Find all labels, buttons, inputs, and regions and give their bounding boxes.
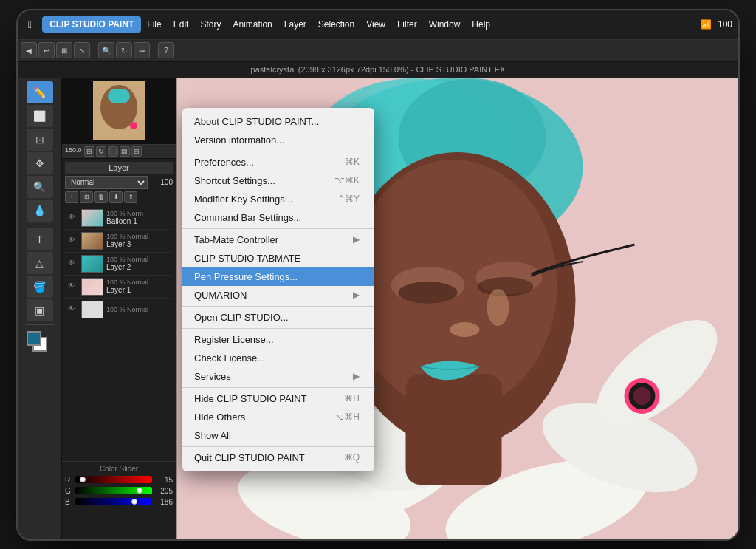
layer-visibility-icon[interactable]: 👁 bbox=[68, 213, 78, 223]
layer-visibility-icon[interactable]: 👁 bbox=[68, 236, 78, 246]
tool-fill[interactable]: 🪣 bbox=[27, 276, 53, 298]
toolbar-undo-btn[interactable]: ↩ bbox=[38, 42, 55, 58]
toolbar-sep-1 bbox=[94, 44, 94, 57]
red-slider[interactable] bbox=[75, 476, 152, 483]
toolbar-transform-btn[interactable]: ⤡ bbox=[74, 42, 90, 58]
dropdown-open-clip-studio[interactable]: Open CLIP STUDIO... bbox=[182, 308, 374, 327]
dropdown-qumarion[interactable]: QUMARION ▶ bbox=[182, 286, 374, 304]
dropdown-shortcut-settings[interactable]: Shortcut Settings... ⌥⌘K bbox=[182, 171, 374, 190]
clip-studio-paint-menu[interactable]: CLIP STUDIO PAINT bbox=[42, 16, 141, 33]
dropdown-register-license[interactable]: Register License... bbox=[182, 330, 374, 349]
open-clip-studio-label: Open CLIP STUDIO... bbox=[194, 312, 289, 323]
check-license-label: Check License... bbox=[194, 352, 265, 364]
tool-select[interactable]: ⊡ bbox=[27, 129, 53, 151]
menu-story[interactable]: Story bbox=[194, 16, 227, 33]
layer-thumbnail bbox=[81, 255, 103, 273]
color-slider-panel: Color Slider R 15 G 205 B bbox=[62, 461, 176, 541]
dropdown-hide-others[interactable]: Hide Others ⌥⌘H bbox=[182, 408, 374, 426]
apple-menu[interactable]:  bbox=[24, 18, 36, 30]
green-slider-row: G 205 bbox=[65, 487, 173, 495]
layer-btn-5[interactable]: ⬆ bbox=[124, 191, 137, 203]
dropdown-about[interactable]: About CLIP STUDIO PAINT... bbox=[182, 112, 374, 131]
view-btn-3[interactable]: ⬛ bbox=[108, 146, 118, 157]
blend-mode-select[interactable]: Normal bbox=[65, 176, 148, 189]
menu-view[interactable]: View bbox=[360, 16, 391, 33]
tool-pen[interactable]: ✏️ bbox=[27, 81, 53, 103]
layer-panel: Layer Normal 100 + ⊞ 🗑 ⬇ ⬆ bbox=[62, 159, 176, 461]
menu-filter[interactable]: Filter bbox=[391, 16, 423, 33]
menu-help[interactable]: Help bbox=[466, 16, 496, 33]
toolbar-back-btn[interactable]: ◀ bbox=[21, 42, 37, 58]
blend-mode-row: Normal 100 bbox=[65, 176, 173, 189]
red-label: R bbox=[65, 476, 72, 484]
toolbar-help-btn[interactable]: ? bbox=[158, 42, 174, 58]
menu-animation[interactable]: Animation bbox=[227, 16, 278, 33]
view-btn-5[interactable]: ⊟ bbox=[131, 146, 142, 157]
dropdown-version[interactable]: Version information... bbox=[182, 131, 374, 149]
tool-eyedrop[interactable]: 💧 bbox=[27, 200, 53, 222]
dropdown-quit[interactable]: Quit CLIP STUDIO PAINT ⌘Q bbox=[182, 449, 374, 467]
dropdown-preferences[interactable]: Preferences... ⌘K bbox=[182, 153, 374, 171]
foreground-color[interactable] bbox=[27, 331, 41, 346]
layer-btn-1[interactable]: + bbox=[65, 191, 78, 203]
dropdown-command-bar[interactable]: Command Bar Settings... bbox=[182, 208, 374, 227]
blue-slider[interactable] bbox=[75, 498, 152, 505]
layer-item[interactable]: 👁 100 % Normal Layer 3 bbox=[65, 230, 173, 253]
toolbar-rotate-btn[interactable]: ↻ bbox=[116, 42, 132, 58]
menu-layer[interactable]: Layer bbox=[278, 16, 312, 33]
toolbar-flip-btn[interactable]: ⇔ bbox=[134, 42, 150, 58]
tool-eraser[interactable]: ⬜ bbox=[27, 105, 53, 127]
command-bar-label: Command Bar Settings... bbox=[194, 212, 301, 223]
tool-zoom[interactable]: 🔍 bbox=[27, 176, 53, 198]
layer-thumbnail bbox=[81, 232, 103, 250]
menu-file[interactable]: File bbox=[141, 16, 167, 33]
opacity-value: 100 bbox=[151, 178, 173, 186]
dropdown-pen-pressure[interactable]: Pen Pressure Settings... bbox=[182, 267, 374, 286]
layer-item[interactable]: 👁 100 % Normal Layer 2 bbox=[65, 253, 173, 276]
toolbar-zoom-btn[interactable]: 🔍 bbox=[98, 42, 114, 58]
layer-thumbnail bbox=[81, 209, 103, 227]
svg-point-3 bbox=[130, 122, 137, 129]
layer-opacity-text: 100 % Normal bbox=[106, 279, 170, 286]
layer-visibility-icon[interactable]: 👁 bbox=[68, 282, 78, 292]
blue-label: B bbox=[65, 498, 72, 506]
layer-item[interactable]: 👁 100 % Norm Balloon 1 bbox=[65, 207, 173, 230]
tool-move[interactable]: ✥ bbox=[27, 152, 53, 174]
menu-bar-right: 📶 100 bbox=[701, 19, 732, 30]
layer-btn-2[interactable]: ⊞ bbox=[80, 191, 93, 203]
dropdown-modifier-key[interactable]: Modifier Key Settings... ⌃⌘Y bbox=[182, 190, 374, 208]
dropdown-hide-clip[interactable]: Hide CLIP STUDIO PAINT ⌘H bbox=[182, 389, 374, 408]
left-sidebar: ✏️ ⬜ ⊡ ✥ 🔍 💧 T △ 🪣 ▣ bbox=[18, 78, 62, 541]
layer-name: Balloon 1 bbox=[106, 217, 170, 225]
dropdown-services[interactable]: Services ▶ bbox=[182, 367, 374, 386]
layer-visibility-icon[interactable]: 👁 bbox=[68, 259, 78, 269]
title-bar: pastelcrystal (2098 x 3126px 72dpi 150.0… bbox=[18, 62, 738, 78]
layer-btn-3[interactable]: 🗑 bbox=[94, 191, 108, 203]
layer-name: Layer 2 bbox=[106, 263, 170, 271]
dropdown-tab-mate[interactable]: Tab-Mate Controller ▶ bbox=[182, 231, 374, 249]
preferences-label: Preferences... bbox=[194, 157, 254, 168]
layer-visibility-icon[interactable]: 👁 bbox=[68, 304, 78, 315]
menu-edit[interactable]: Edit bbox=[168, 16, 195, 33]
tool-gradient[interactable]: ▣ bbox=[27, 299, 53, 321]
dropdown-section-about: About CLIP STUDIO PAINT... Version infor… bbox=[182, 111, 374, 151]
green-slider[interactable] bbox=[75, 487, 152, 494]
tool-text[interactable]: T bbox=[27, 228, 53, 250]
view-btn-4[interactable]: ▤ bbox=[120, 146, 130, 157]
layer-item[interactable]: 👁 100 % Normal Layer 1 bbox=[65, 276, 173, 299]
view-btn-2[interactable]: ↻ bbox=[96, 146, 106, 157]
layer-btn-4[interactable]: ⬇ bbox=[109, 191, 123, 203]
layer-item[interactable]: 👁 100 % Normal bbox=[65, 299, 173, 321]
dropdown-check-license[interactable]: Check License... bbox=[182, 349, 374, 367]
dropdown-show-all[interactable]: Show All bbox=[182, 426, 374, 445]
layer-name: Layer 3 bbox=[106, 240, 170, 248]
toolbar-select-btn[interactable]: ⊞ bbox=[56, 42, 72, 58]
tab-mate-label: Tab-Mate Controller bbox=[194, 234, 278, 245]
tool-shape[interactable]: △ bbox=[27, 252, 53, 274]
thumbnail-svg bbox=[93, 81, 145, 140]
menu-window[interactable]: Window bbox=[423, 16, 467, 33]
shortcut-settings-shortcut: ⌥⌘K bbox=[334, 175, 360, 185]
dropdown-clip-tabmate[interactable]: CLIP STUDIO TABMATE bbox=[182, 249, 374, 267]
menu-selection[interactable]: Selection bbox=[312, 16, 360, 33]
view-btn-1[interactable]: ⊞ bbox=[84, 146, 94, 157]
